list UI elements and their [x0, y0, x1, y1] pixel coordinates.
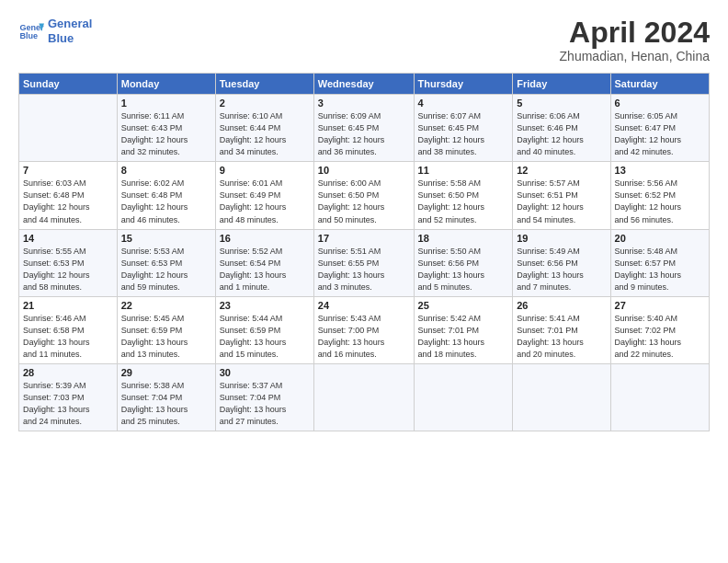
- calendar-cell: 11Sunrise: 5:58 AM Sunset: 6:50 PM Dayli…: [414, 162, 513, 229]
- day-number: 28: [23, 367, 113, 378]
- calendar-cell: 13Sunrise: 5:56 AM Sunset: 6:52 PM Dayli…: [610, 162, 709, 229]
- day-info: Sunrise: 5:44 AM Sunset: 6:59 PM Dayligh…: [220, 313, 310, 361]
- day-info: Sunrise: 5:57 AM Sunset: 6:51 PM Dayligh…: [517, 178, 606, 225]
- day-number: 5: [517, 98, 606, 109]
- day-number: 1: [121, 98, 211, 109]
- day-number: 23: [220, 300, 310, 311]
- calendar-table: SundayMondayTuesdayWednesdayThursdayFrid…: [18, 73, 710, 431]
- calendar-cell: 14Sunrise: 5:55 AM Sunset: 6:53 PM Dayli…: [19, 229, 118, 296]
- day-info: Sunrise: 6:09 AM Sunset: 6:45 PM Dayligh…: [318, 110, 410, 158]
- calendar-cell: 18Sunrise: 5:50 AM Sunset: 6:56 PM Dayli…: [414, 229, 513, 296]
- day-info: Sunrise: 5:43 AM Sunset: 7:00 PM Dayligh…: [318, 313, 410, 361]
- day-info: Sunrise: 5:53 AM Sunset: 6:53 PM Dayligh…: [121, 246, 211, 293]
- calendar-cell: 9Sunrise: 6:01 AM Sunset: 6:49 PM Daylig…: [215, 162, 313, 229]
- day-info: Sunrise: 6:03 AM Sunset: 6:48 PM Dayligh…: [23, 178, 113, 225]
- calendar-cell: 12Sunrise: 5:57 AM Sunset: 6:51 PM Dayli…: [513, 162, 610, 229]
- day-info: Sunrise: 5:42 AM Sunset: 7:01 PM Dayligh…: [418, 313, 509, 361]
- day-info: Sunrise: 5:48 AM Sunset: 6:57 PM Dayligh…: [615, 246, 705, 293]
- day-info: Sunrise: 6:01 AM Sunset: 6:49 PM Dayligh…: [220, 178, 310, 225]
- calendar-cell: [414, 363, 513, 431]
- calendar-cell: 6Sunrise: 6:05 AM Sunset: 6:47 PM Daylig…: [610, 95, 709, 162]
- calendar-cell: [513, 363, 610, 431]
- day-number: 21: [23, 300, 113, 311]
- calendar-cell: 21Sunrise: 5:46 AM Sunset: 6:58 PM Dayli…: [19, 296, 118, 363]
- calendar-cell: 3Sunrise: 6:09 AM Sunset: 6:45 PM Daylig…: [313, 95, 414, 162]
- calendar-cell: 5Sunrise: 6:06 AM Sunset: 6:46 PM Daylig…: [513, 95, 610, 162]
- day-number: 8: [121, 165, 211, 176]
- weekday-header-friday: Friday: [513, 74, 610, 95]
- day-info: Sunrise: 5:56 AM Sunset: 6:52 PM Dayligh…: [615, 178, 705, 225]
- day-number: 19: [517, 233, 606, 244]
- calendar-cell: 16Sunrise: 5:52 AM Sunset: 6:54 PM Dayli…: [215, 229, 313, 296]
- day-number: 16: [220, 233, 310, 244]
- day-number: 3: [318, 98, 410, 109]
- location: Zhumadian, Henan, China: [560, 49, 710, 63]
- day-number: 9: [220, 165, 310, 176]
- day-info: Sunrise: 5:40 AM Sunset: 7:02 PM Dayligh…: [615, 313, 705, 361]
- calendar-cell: 20Sunrise: 5:48 AM Sunset: 6:57 PM Dayli…: [610, 229, 709, 296]
- day-info: Sunrise: 5:39 AM Sunset: 7:03 PM Dayligh…: [23, 380, 113, 428]
- weekday-header-monday: Monday: [117, 74, 215, 95]
- day-info: Sunrise: 5:49 AM Sunset: 6:56 PM Dayligh…: [517, 246, 606, 293]
- calendar-cell: 15Sunrise: 5:53 AM Sunset: 6:53 PM Dayli…: [117, 229, 215, 296]
- day-number: 2: [220, 98, 310, 109]
- day-number: 14: [23, 233, 113, 244]
- day-number: 29: [121, 367, 211, 378]
- day-info: Sunrise: 5:41 AM Sunset: 7:01 PM Dayligh…: [517, 313, 606, 361]
- day-number: 10: [318, 165, 410, 176]
- day-info: Sunrise: 5:51 AM Sunset: 6:55 PM Dayligh…: [318, 246, 410, 293]
- weekday-header-thursday: Thursday: [414, 74, 513, 95]
- calendar-cell: 24Sunrise: 5:43 AM Sunset: 7:00 PM Dayli…: [313, 296, 414, 363]
- day-info: Sunrise: 6:10 AM Sunset: 6:44 PM Dayligh…: [220, 110, 310, 158]
- calendar-cell: 26Sunrise: 5:41 AM Sunset: 7:01 PM Dayli…: [513, 296, 610, 363]
- day-info: Sunrise: 6:06 AM Sunset: 6:46 PM Dayligh…: [517, 110, 606, 158]
- weekday-header-sunday: Sunday: [19, 74, 118, 95]
- calendar-cell: 23Sunrise: 5:44 AM Sunset: 6:59 PM Dayli…: [215, 296, 313, 363]
- day-info: Sunrise: 5:38 AM Sunset: 7:04 PM Dayligh…: [121, 380, 211, 428]
- day-info: Sunrise: 5:45 AM Sunset: 6:59 PM Dayligh…: [121, 313, 211, 361]
- day-number: 26: [517, 300, 606, 311]
- logo-line1: General: [48, 17, 92, 31]
- calendar-cell: 17Sunrise: 5:51 AM Sunset: 6:55 PM Dayli…: [313, 229, 414, 296]
- calendar-cell: [19, 95, 118, 162]
- calendar-cell: 28Sunrise: 5:39 AM Sunset: 7:03 PM Dayli…: [19, 363, 118, 431]
- day-number: 22: [121, 300, 211, 311]
- calendar-cell: [313, 363, 414, 431]
- page-header: General Blue General Blue April 2024 Zhu…: [18, 17, 710, 63]
- calendar-cell: 8Sunrise: 6:02 AM Sunset: 6:48 PM Daylig…: [117, 162, 215, 229]
- day-info: Sunrise: 5:50 AM Sunset: 6:56 PM Dayligh…: [418, 246, 509, 293]
- title-block: April 2024 Zhumadian, Henan, China: [560, 17, 710, 63]
- day-info: Sunrise: 5:55 AM Sunset: 6:53 PM Dayligh…: [23, 246, 113, 293]
- calendar-cell: 29Sunrise: 5:38 AM Sunset: 7:04 PM Dayli…: [117, 363, 215, 431]
- calendar-cell: 10Sunrise: 6:00 AM Sunset: 6:50 PM Dayli…: [313, 162, 414, 229]
- day-number: 12: [517, 165, 606, 176]
- calendar-cell: 19Sunrise: 5:49 AM Sunset: 6:56 PM Dayli…: [513, 229, 610, 296]
- calendar-cell: 4Sunrise: 6:07 AM Sunset: 6:45 PM Daylig…: [414, 95, 513, 162]
- day-info: Sunrise: 6:00 AM Sunset: 6:50 PM Dayligh…: [318, 178, 410, 225]
- day-info: Sunrise: 5:37 AM Sunset: 7:04 PM Dayligh…: [220, 380, 310, 428]
- day-info: Sunrise: 5:46 AM Sunset: 6:58 PM Dayligh…: [23, 313, 113, 361]
- day-info: Sunrise: 5:58 AM Sunset: 6:50 PM Dayligh…: [418, 178, 509, 225]
- day-number: 18: [418, 233, 509, 244]
- logo: General Blue General Blue: [18, 17, 92, 45]
- day-number: 27: [615, 300, 705, 311]
- day-info: Sunrise: 6:07 AM Sunset: 6:45 PM Dayligh…: [418, 110, 509, 158]
- calendar-cell: 25Sunrise: 5:42 AM Sunset: 7:01 PM Dayli…: [414, 296, 513, 363]
- logo-line2: Blue: [48, 31, 92, 46]
- day-number: 11: [418, 165, 509, 176]
- weekday-header-wednesday: Wednesday: [313, 74, 414, 95]
- month-title: April 2024: [560, 17, 710, 49]
- calendar-cell: 27Sunrise: 5:40 AM Sunset: 7:02 PM Dayli…: [610, 296, 709, 363]
- calendar-cell: 7Sunrise: 6:03 AM Sunset: 6:48 PM Daylig…: [19, 162, 118, 229]
- calendar-cell: 1Sunrise: 6:11 AM Sunset: 6:43 PM Daylig…: [117, 95, 215, 162]
- day-number: 24: [318, 300, 410, 311]
- calendar-cell: 22Sunrise: 5:45 AM Sunset: 6:59 PM Dayli…: [117, 296, 215, 363]
- day-info: Sunrise: 6:05 AM Sunset: 6:47 PM Dayligh…: [615, 110, 705, 158]
- day-number: 30: [220, 367, 310, 378]
- calendar-cell: [610, 363, 709, 431]
- day-info: Sunrise: 6:02 AM Sunset: 6:48 PM Dayligh…: [121, 178, 211, 225]
- day-number: 20: [615, 233, 705, 244]
- weekday-header-tuesday: Tuesday: [215, 74, 313, 95]
- calendar-cell: 30Sunrise: 5:37 AM Sunset: 7:04 PM Dayli…: [215, 363, 313, 431]
- day-number: 6: [615, 98, 705, 109]
